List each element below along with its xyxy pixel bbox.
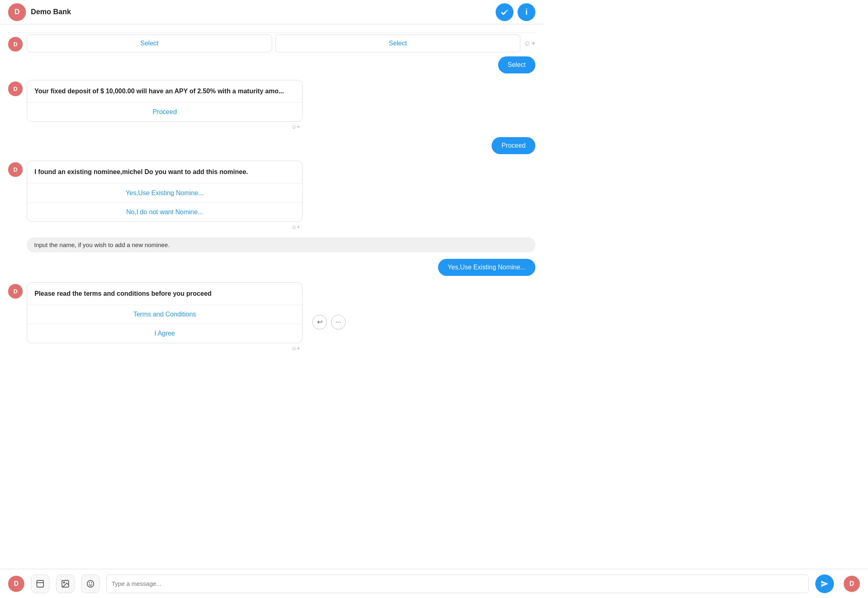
header-right: i bbox=[496, 3, 535, 21]
fixed-deposit-bubble: Your fixed deposit of $ 10,000.00 will h… bbox=[27, 80, 303, 122]
terms-row: D Please read the terms and conditions b… bbox=[8, 282, 535, 352]
more-icon[interactable]: ··· bbox=[331, 315, 346, 329]
bot-avatar-fd: D bbox=[8, 82, 23, 96]
user-nominee-bubble: Yes,Use Existing Nomine... bbox=[438, 259, 535, 276]
i-agree-option[interactable]: I Agree bbox=[27, 324, 302, 343]
nominee-row: D I found an existing nominee,michel Do … bbox=[8, 161, 535, 230]
chat-area: D Select Select ☺+ Select D Your fixed d… bbox=[0, 24, 544, 367]
fixed-deposit-container: Your fixed deposit of $ 10,000.00 will h… bbox=[27, 80, 303, 131]
bot-avatar-nominee: D bbox=[8, 162, 23, 177]
terms-container: Please read the terms and conditions bef… bbox=[27, 282, 303, 352]
fixed-deposit-text: Your fixed deposit of $ 10,000.00 will h… bbox=[27, 80, 302, 103]
user-select-bubble: Select bbox=[498, 56, 535, 73]
terms-conditions-option[interactable]: Terms and Conditions bbox=[27, 305, 302, 324]
user-proceed-bubble: Proceed bbox=[492, 137, 535, 154]
emoji-row-terms[interactable]: ☺+ bbox=[27, 343, 303, 352]
bot-avatar-top: D bbox=[8, 37, 23, 52]
header-avatar: D bbox=[8, 3, 26, 21]
terms-text: Please read the terms and conditions bef… bbox=[27, 283, 302, 305]
select-button-right[interactable]: Select bbox=[275, 34, 521, 52]
proceed-option[interactable]: Proceed bbox=[27, 103, 302, 121]
header-title: Demo Bank bbox=[31, 8, 71, 16]
user-proceed-row: Proceed bbox=[8, 137, 535, 154]
check-icon-button[interactable] bbox=[496, 3, 513, 21]
bot-avatar-terms: D bbox=[8, 284, 23, 299]
nominee-bubble: I found an existing nominee,michel Do yo… bbox=[27, 161, 303, 222]
header: D Demo Bank i bbox=[0, 0, 544, 24]
user-nominee-row: Yes,Use Existing Nomine... bbox=[8, 259, 535, 276]
select-button-left[interactable]: Select bbox=[27, 34, 272, 52]
action-icons: ↩ ··· bbox=[312, 315, 346, 329]
no-nominee-option[interactable]: No,I do not want Nomine... bbox=[27, 203, 302, 222]
emoji-row-fd[interactable]: ☺+ bbox=[27, 122, 303, 131]
fixed-deposit-row: D Your fixed deposit of $ 10,000.00 will… bbox=[8, 80, 535, 131]
yes-use-existing-option[interactable]: Yes,Use Existing Nomine... bbox=[27, 184, 302, 203]
info-icon-button[interactable]: i bbox=[518, 3, 535, 21]
nominee-text: I found an existing nominee,michel Do yo… bbox=[27, 161, 302, 183]
input-hint-bubble: Input the name, if you wish to add a new… bbox=[27, 237, 535, 252]
header-left: D Demo Bank bbox=[8, 3, 71, 21]
nominee-container: I found an existing nominee,michel Do yo… bbox=[27, 161, 303, 230]
emoji-add-icon-top[interactable]: ☺+ bbox=[524, 39, 535, 48]
user-select-row: Select bbox=[8, 56, 535, 73]
terms-bubble: Please read the terms and conditions bef… bbox=[27, 282, 303, 343]
reply-icon[interactable]: ↩ bbox=[312, 315, 327, 329]
emoji-row-nominee[interactable]: ☺+ bbox=[27, 222, 303, 231]
